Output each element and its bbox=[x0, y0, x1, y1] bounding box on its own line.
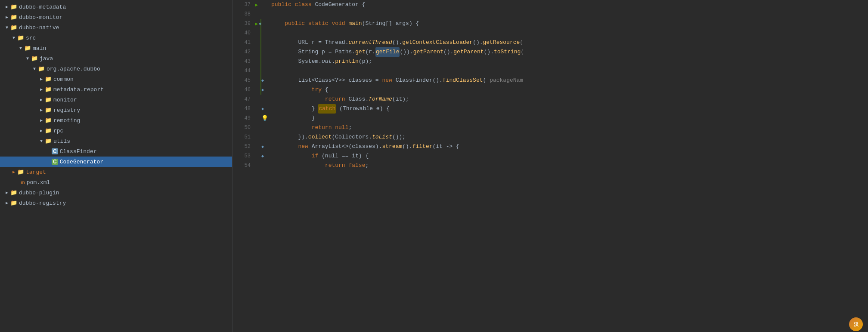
code-content[interactable]: public class CodeGenerator { public stat… bbox=[268, 0, 868, 332]
sidebar-item-codegenerator[interactable]: C CodeGenerator bbox=[0, 157, 232, 167]
sidebar-item-classfinder[interactable]: C ClassFinder bbox=[0, 146, 232, 157]
bottom-bar: 汉 bbox=[816, 317, 868, 332]
brace: { bbox=[456, 142, 459, 151]
sidebar-item-target[interactable]: ▶ 📁 target bbox=[0, 167, 232, 177]
identifier: CodeGenerator bbox=[315, 0, 362, 9]
code-line-39: public static void main(String[] args) { bbox=[271, 19, 868, 28]
code-line-43: System.out.println(p); bbox=[271, 57, 868, 66]
sidebar-item-label: utils bbox=[53, 138, 232, 144]
code-line-54: return false; bbox=[271, 161, 868, 170]
code-line-38 bbox=[271, 9, 868, 19]
gutter-row-46: ◆ bbox=[261, 85, 264, 95]
code-line-48: } catch (Throwable e) { bbox=[271, 104, 868, 114]
code-line-44 bbox=[271, 66, 868, 76]
code-line-41: URL r = Thread.currentThread().getContex… bbox=[271, 38, 868, 47]
bottom-logo-icon: 汉 bbox=[849, 317, 863, 331]
folder-icon: 📁 bbox=[45, 127, 52, 134]
keyword: return bbox=[325, 95, 349, 104]
function-name: getParent bbox=[413, 47, 443, 57]
lightbulb-icon[interactable]: 💡 bbox=[261, 115, 268, 122]
brace: { bbox=[416, 19, 419, 28]
line-number: 53 bbox=[232, 151, 251, 161]
sidebar-item-java[interactable]: ▼ 📁 java bbox=[0, 53, 232, 64]
expand-arrow: ▶ bbox=[38, 128, 45, 133]
expand-arrow: ▼ bbox=[38, 139, 45, 144]
function-name: get bbox=[355, 47, 365, 57]
line-number: 51 bbox=[232, 132, 251, 142]
gutter-row-48: ◆ bbox=[261, 104, 264, 114]
sidebar-item-rpc[interactable]: ▶ 📁 rpc bbox=[0, 126, 232, 136]
sidebar-item-dubbo-metadata[interactable]: ▶ 📁 dubbo-metadata bbox=[0, 2, 232, 12]
sidebar-item-main[interactable]: ▼ 📁 main bbox=[0, 43, 232, 53]
sidebar-item-dubbo-monitor[interactable]: ▶ 📁 dubbo-monitor bbox=[0, 12, 232, 22]
gutter-row-53: ◆ bbox=[261, 151, 264, 161]
keyword: new bbox=[298, 142, 311, 151]
sidebar-item-monitor[interactable]: ▶ 📁 monitor bbox=[0, 95, 232, 105]
expand-arrow: ▼ bbox=[3, 25, 10, 30]
bookmark-icon: ◆ bbox=[261, 154, 264, 159]
sidebar-item-org-apache-dubbo[interactable]: ▼ 📁 org.apache.dubbo bbox=[0, 64, 232, 74]
function-getfile: getFile bbox=[375, 47, 400, 57]
code-line-53: if (null == it) { bbox=[271, 151, 868, 161]
line-number: 46 bbox=[232, 85, 251, 95]
brace: }). bbox=[298, 132, 308, 142]
keyword: public bbox=[271, 0, 295, 9]
sidebar-item-label: org.apache.dubbo bbox=[46, 66, 232, 72]
line-number: 48 bbox=[232, 104, 251, 114]
line-number: 44 bbox=[232, 66, 251, 76]
expand-arrow: ▼ bbox=[17, 46, 24, 51]
expand-arrow: ▶ bbox=[3, 15, 10, 20]
sidebar-item-remoting[interactable]: ▶ 📁 remoting bbox=[0, 115, 232, 126]
sidebar-item-dubbo-native[interactable]: ▼ 📁 dubbo-native bbox=[0, 22, 232, 33]
keyword-catch: catch bbox=[318, 104, 336, 114]
type: URL r = Thread. bbox=[298, 38, 348, 47]
line-number: 37 bbox=[232, 0, 251, 9]
run-arrow-icon[interactable]: ▶ bbox=[255, 21, 258, 27]
sidebar-item-common[interactable]: ▶ 📁 common bbox=[0, 74, 232, 84]
editor-gutter: ▶ ▶ ◆ ◆ ◆ ◆ 💡 ◆ bbox=[254, 0, 268, 332]
folder-icon: 📁 bbox=[45, 76, 52, 83]
function-italic: currentThread bbox=[348, 38, 392, 47]
sidebar-item-label: registry bbox=[53, 107, 232, 114]
sidebar-item-metadata-report[interactable]: ▶ 📁 metadata.report bbox=[0, 84, 232, 95]
code-line-51: }).collect(Collectors.toList()); bbox=[271, 132, 868, 142]
keyword-void: void bbox=[332, 19, 348, 28]
file-tree: ▶ 📁 dubbo-metadata ▶ 📁 dubbo-monitor ▼ 📁… bbox=[0, 0, 232, 332]
code-line-46: try { bbox=[271, 85, 868, 95]
sidebar-item-label: target bbox=[26, 169, 232, 175]
bookmark-icon: ◆ bbox=[261, 144, 264, 149]
expand-arrow: ▶ bbox=[38, 97, 45, 102]
expand-arrow: ▼ bbox=[24, 56, 31, 61]
line-number: 39 bbox=[232, 19, 251, 28]
sidebar-item-label: rpc bbox=[53, 128, 232, 134]
run-arrow-icon[interactable]: ▶ bbox=[255, 2, 258, 8]
sidebar-item-label: dubbo-native bbox=[19, 25, 232, 31]
line-number: 47 bbox=[232, 95, 251, 104]
folder-icon: 📁 bbox=[45, 86, 52, 93]
sidebar-item-label: metadata.report bbox=[53, 86, 232, 93]
sidebar-item-label: remoting bbox=[53, 117, 232, 124]
sidebar-item-src[interactable]: ▼ 📁 src bbox=[0, 33, 232, 43]
folder-icon: 📁 bbox=[17, 169, 24, 175]
function-name: toString bbox=[494, 47, 521, 57]
sidebar-item-pom-xml[interactable]: m pom.xml bbox=[0, 177, 232, 188]
keyword: return bbox=[312, 123, 335, 132]
expand-arrow: ▶ bbox=[3, 200, 10, 206]
function-name: getParent bbox=[453, 47, 484, 57]
folder-icon: 📁 bbox=[10, 189, 17, 196]
sidebar-item-label: dubbo-registry bbox=[19, 200, 232, 206]
sidebar-item-utils[interactable]: ▼ 📁 utils bbox=[0, 136, 232, 146]
folder-icon: 📁 bbox=[10, 200, 17, 206]
sidebar-item-registry[interactable]: ▶ 📁 registry bbox=[0, 105, 232, 115]
code-line-47: return Class.forName(it); bbox=[271, 95, 868, 104]
function-name: filter bbox=[412, 142, 433, 151]
sidebar-item-label: java bbox=[40, 55, 232, 62]
brace: { bbox=[365, 151, 369, 161]
gutter-row-37: ▶ bbox=[254, 0, 268, 9]
sidebar-item-dubbo-registry[interactable]: ▶ 📁 dubbo-registry bbox=[0, 198, 232, 208]
sidebar-item-label: CodeGenerator bbox=[60, 159, 232, 165]
sidebar-item-dubbo-plugin[interactable]: ▶ 📁 dubbo-plugin bbox=[0, 188, 232, 198]
folder-icon: 📁 bbox=[45, 138, 52, 144]
line-number: 38 bbox=[232, 9, 251, 19]
folder-icon: 📁 bbox=[17, 34, 24, 41]
